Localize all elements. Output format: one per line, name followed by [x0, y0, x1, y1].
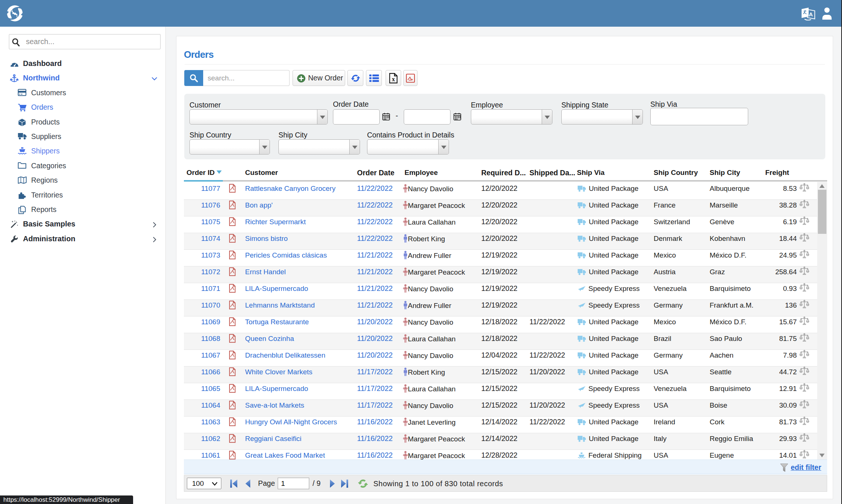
- svg-text:A: A: [809, 11, 813, 17]
- svg-text:x: x: [392, 76, 395, 82]
